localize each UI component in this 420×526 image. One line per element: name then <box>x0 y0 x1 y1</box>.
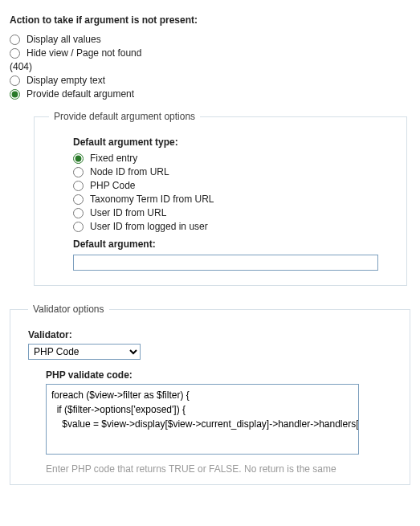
radio-label-taxonomy: Taxonomy Term ID from URL <box>90 194 214 205</box>
radio-fixed-entry[interactable] <box>73 153 84 164</box>
hide-view-404: (404) <box>10 61 410 72</box>
action-option-default-argument[interactable]: Provide default argument <box>10 88 410 100</box>
radio-empty-text[interactable] <box>10 75 20 86</box>
argtype-option-fixed-entry[interactable]: Fixed entry <box>73 153 392 164</box>
radio-php-code[interactable] <box>73 181 84 191</box>
action-option-hide-view[interactable]: Hide view / Page not found <box>10 47 410 59</box>
validator-fieldset: Validator options Validator: PHP Code PH… <box>10 304 410 485</box>
php-validate-code-label: PHP validate code: <box>46 369 392 381</box>
radio-default-argument[interactable] <box>10 89 20 100</box>
php-validate-code-textarea[interactable] <box>46 384 359 455</box>
argtype-option-php-code[interactable]: PHP Code <box>73 180 392 191</box>
radio-label-hide-view: Hide view / Page not found <box>27 47 141 59</box>
radio-taxonomy[interactable] <box>73 194 84 205</box>
radio-hide-view[interactable] <box>10 48 20 59</box>
radio-label-user-id-logged: User ID from logged in user <box>90 221 208 232</box>
radio-label-empty-text: Display empty text <box>27 75 105 86</box>
validator-legend: Validator options <box>28 304 109 315</box>
argtype-option-taxonomy[interactable]: Taxonomy Term ID from URL <box>73 194 392 205</box>
default-argument-fieldset: Provide default argument options Default… <box>34 111 407 286</box>
argtype-option-user-id-url[interactable]: User ID from URL <box>73 207 392 218</box>
action-option-display-all[interactable]: Display all values <box>10 34 410 45</box>
argtype-option-user-id-logged[interactable]: User ID from logged in user <box>73 221 392 232</box>
radio-user-id-logged[interactable] <box>73 222 84 232</box>
default-argument-label: Default argument: <box>73 239 392 250</box>
radio-label-php-code: PHP Code <box>90 180 135 191</box>
validator-label: Validator: <box>28 329 392 340</box>
validator-select[interactable]: PHP Code <box>28 344 141 360</box>
radio-label-user-id-url: User ID from URL <box>90 207 166 218</box>
radio-display-all[interactable] <box>10 35 20 45</box>
argtype-option-node-id[interactable]: Node ID from URL <box>73 166 392 177</box>
radio-label-fixed-entry: Fixed entry <box>90 153 137 164</box>
radio-label-node-id: Node ID from URL <box>90 166 169 177</box>
default-argument-input[interactable] <box>73 255 378 271</box>
radio-label-display-all: Display all values <box>27 34 101 45</box>
action-option-empty-text[interactable]: Display empty text <box>10 75 410 86</box>
radio-label-default-argument: Provide default argument <box>27 88 134 100</box>
action-heading: Action to take if argument is not presen… <box>10 13 410 27</box>
radio-node-id[interactable] <box>73 167 84 177</box>
radio-user-id-url[interactable] <box>73 208 84 218</box>
default-argument-type-heading: Default argument type: <box>73 137 392 148</box>
php-validate-code-help: Enter PHP code that returns TRUE or FALS… <box>46 462 391 476</box>
default-argument-legend: Provide default argument options <box>49 111 200 122</box>
